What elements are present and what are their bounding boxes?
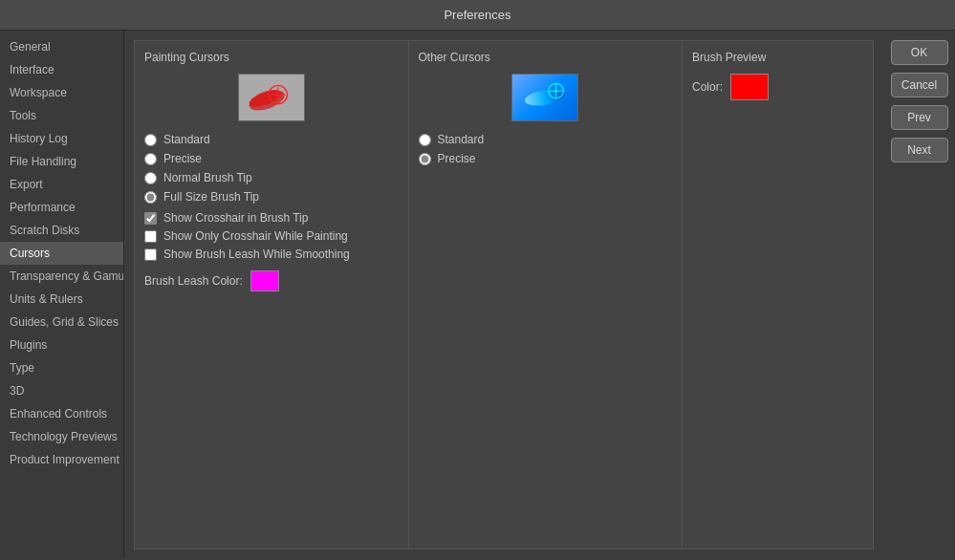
sidebar-item-file-handling[interactable]: File Handling	[0, 150, 123, 173]
other-cursors-panel: Other Cursors	[409, 40, 684, 549]
other-preview-image	[511, 74, 578, 121]
other-radio-1[interactable]: Precise	[419, 152, 673, 165]
sidebar-item-guides-grid--slices[interactable]: Guides, Grid & Slices	[0, 311, 123, 334]
cancel-button[interactable]: Cancel	[891, 73, 948, 97]
other-cursor-preview	[419, 74, 673, 121]
sidebar-item-workspace[interactable]: Workspace	[0, 81, 123, 104]
painting-preview-image	[238, 74, 305, 121]
sidebar-item-technology-previews[interactable]: Technology Previews	[0, 425, 123, 448]
painting-cursor-radio-group: StandardPreciseNormal Brush TipFull Size…	[144, 133, 399, 204]
window-title: Preferences	[444, 8, 510, 22]
next-button[interactable]: Next	[891, 138, 948, 162]
painting-checkbox-label-1: Show Only Crosshair While Painting	[163, 229, 348, 243]
brush-leash-label: Brush Leash Color:	[144, 274, 243, 288]
main-content: Painting Cursors	[124, 31, 883, 559]
svg-point-10	[554, 90, 557, 93]
brush-preview-panel: Brush Preview Color:	[683, 40, 874, 549]
painting-radio-0[interactable]: Standard	[144, 133, 399, 146]
painting-checkbox-label-0: Show Crosshair in Brush Tip	[163, 211, 308, 225]
brush-preview-title: Brush Preview	[692, 51, 863, 64]
painting-checkbox-1[interactable]: Show Only Crosshair While Painting	[144, 229, 399, 243]
sidebar-item-transparency--gamut[interactable]: Transparency & Gamut	[0, 265, 123, 288]
sidebar-item-product-improvement[interactable]: Product Improvement	[0, 448, 123, 471]
painting-radio-2[interactable]: Normal Brush Tip	[144, 171, 399, 184]
painting-checkbox-2[interactable]: Show Brush Leash While Smoothing	[144, 248, 399, 261]
painting-cursor-svg	[239, 74, 304, 121]
sidebar-item-units--rulers[interactable]: Units & Rulers	[0, 288, 123, 311]
painting-radio-label-2: Normal Brush Tip	[163, 171, 252, 184]
painting-radio-1[interactable]: Precise	[144, 152, 399, 165]
painting-checkbox-label-2: Show Brush Leash While Smoothing	[163, 248, 350, 261]
sidebar-item-3d[interactable]: 3D	[0, 379, 123, 402]
brush-preview-color-label: Color:	[692, 80, 723, 94]
other-radio-label-1: Precise	[438, 152, 476, 165]
sidebar-item-plugins[interactable]: Plugins	[0, 334, 123, 356]
brush-leash-color-swatch[interactable]	[250, 270, 279, 291]
other-radio-label-0: Standard	[438, 133, 485, 146]
painting-checkbox-0[interactable]: Show Crosshair in Brush Tip	[144, 211, 399, 225]
other-cursor-radio-group: StandardPrecise	[419, 133, 673, 165]
sidebar: GeneralInterfaceWorkspaceToolsHistory Lo…	[0, 31, 124, 559]
brush-preview-color-row: Color:	[692, 74, 863, 100]
ok-button[interactable]: OK	[891, 40, 948, 65]
sidebar-item-cursors[interactable]: Cursors	[0, 242, 123, 265]
painting-radio-3[interactable]: Full Size Brush Tip	[144, 190, 399, 204]
sidebar-item-enhanced-controls[interactable]: Enhanced Controls	[0, 402, 123, 425]
title-bar: Preferences	[0, 0, 955, 31]
sidebar-item-interface[interactable]: Interface	[0, 58, 123, 81]
sidebar-item-scratch-disks[interactable]: Scratch Disks	[0, 219, 123, 242]
painting-radio-label-3: Full Size Brush Tip	[163, 190, 259, 204]
painting-radio-label-0: Standard	[163, 133, 210, 146]
painting-cursors-title: Painting Cursors	[144, 51, 399, 64]
sidebar-item-type[interactable]: Type	[0, 356, 123, 379]
sidebar-item-history-log[interactable]: History Log	[0, 127, 123, 150]
brush-preview-color-swatch[interactable]	[730, 74, 769, 100]
painting-checkboxes-group: Show Crosshair in Brush TipShow Only Cro…	[144, 211, 399, 261]
sidebar-item-tools[interactable]: Tools	[0, 104, 123, 127]
other-cursors-title: Other Cursors	[419, 51, 673, 64]
sidebar-item-performance[interactable]: Performance	[0, 196, 123, 219]
prev-button[interactable]: Prev	[891, 105, 948, 130]
sidebar-item-general[interactable]: General	[0, 35, 123, 58]
other-radio-0[interactable]: Standard	[419, 133, 673, 146]
painting-radio-label-1: Precise	[163, 152, 202, 165]
other-cursor-svg	[512, 74, 577, 121]
painting-cursor-preview	[144, 74, 399, 121]
brush-leash-row: Brush Leash Color:	[144, 270, 399, 291]
buttons-column: OK Cancel Prev Next	[883, 31, 955, 559]
painting-cursors-panel: Painting Cursors	[134, 40, 409, 549]
sidebar-item-export[interactable]: Export	[0, 173, 123, 196]
